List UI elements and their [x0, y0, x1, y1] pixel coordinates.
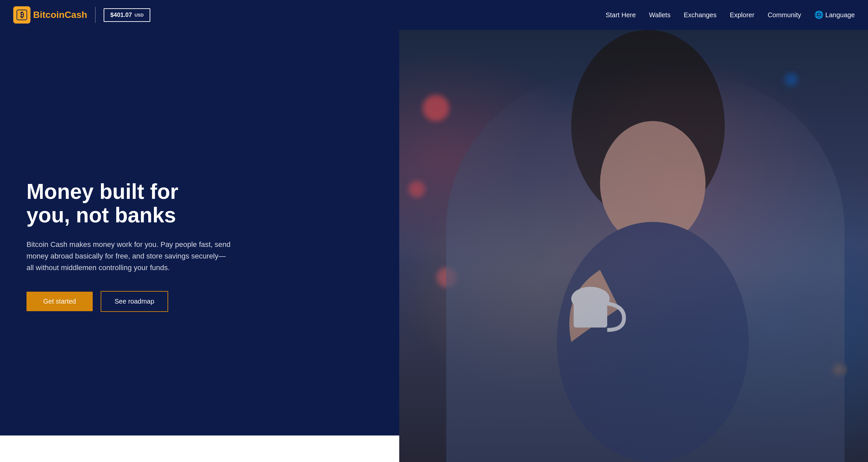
header: ₿ BitcoinCash $401.07 USD Start Here Wal… [0, 0, 868, 30]
globe-icon: 🌐 [814, 10, 823, 19]
svg-rect-7 [574, 298, 607, 327]
nav-explorer[interactable]: Explorer [730, 11, 754, 19]
nav-language[interactable]: 🌐 Language [814, 10, 855, 19]
svg-text:₿: ₿ [20, 10, 24, 19]
see-roadmap-button[interactable]: See roadmap [101, 291, 168, 312]
svg-point-5 [557, 222, 749, 462]
logo-text: BitcoinCash [33, 10, 87, 20]
nav-community[interactable]: Community [768, 11, 801, 19]
nav-wallets[interactable]: Wallets [649, 11, 671, 19]
price-value: $401.07 [110, 11, 132, 19]
price-currency: USD [134, 12, 143, 18]
price-badge: $401.07 USD [104, 8, 150, 22]
nav-exchanges[interactable]: Exchanges [684, 11, 716, 19]
bitcoin-logo-icon: ₿ [13, 6, 30, 24]
language-label: Language [825, 11, 855, 19]
logo[interactable]: ₿ BitcoinCash [13, 6, 87, 24]
hero-buttons: Get started See roadmap [27, 291, 451, 312]
nav-start-here[interactable]: Start Here [606, 11, 636, 19]
header-left: ₿ BitcoinCash $401.07 USD [13, 6, 150, 24]
main-nav: Start Here Wallets Exchanges Explorer Co… [606, 10, 855, 19]
hero-section: Money built for you, not banks Bitcoin C… [0, 30, 868, 462]
hero-description: Bitcoin Cash makes money work for you. P… [27, 239, 232, 274]
get-started-button[interactable]: Get started [27, 292, 93, 311]
hero-title: Money built for you, not banks [27, 180, 225, 227]
hero-content: Money built for you, not banks Bitcoin C… [0, 30, 477, 462]
header-divider [95, 7, 96, 23]
